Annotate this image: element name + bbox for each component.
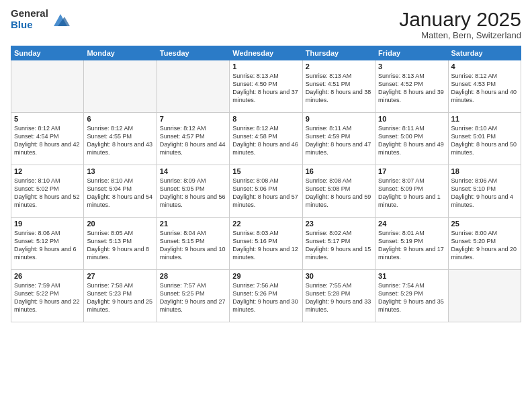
calendar-cell: 7Sunrise: 8:12 AM Sunset: 4:57 PM Daylig…: [157, 113, 229, 165]
calendar-week-1: 1Sunrise: 8:13 AM Sunset: 4:50 PM Daylig…: [11, 60, 521, 113]
col-saturday: Saturday: [448, 46, 521, 60]
day-number: 5: [14, 115, 81, 123]
day-number: 1: [232, 62, 299, 71]
day-info: Sunrise: 7:54 AM Sunset: 5:29 PM Dayligh…: [378, 281, 445, 314]
day-info: Sunrise: 8:05 AM Sunset: 5:13 PM Dayligh…: [87, 229, 153, 262]
day-info: Sunrise: 8:11 AM Sunset: 4:59 PM Dayligh…: [306, 124, 372, 157]
day-info: Sunrise: 8:13 AM Sunset: 4:52 PM Dayligh…: [378, 72, 445, 105]
calendar-cell: 23Sunrise: 8:02 AM Sunset: 5:17 PM Dayli…: [302, 218, 375, 270]
location: Matten, Bern, Switzerland: [399, 30, 521, 40]
day-info: Sunrise: 7:56 AM Sunset: 5:26 PM Dayligh…: [232, 281, 299, 314]
col-monday: Monday: [84, 46, 157, 60]
day-number: 3: [378, 62, 445, 71]
day-number: 13: [87, 167, 153, 175]
day-info: Sunrise: 8:00 AM Sunset: 5:20 PM Dayligh…: [451, 229, 518, 262]
day-info: Sunrise: 8:13 AM Sunset: 4:50 PM Dayligh…: [232, 72, 299, 105]
day-info: Sunrise: 8:09 AM Sunset: 5:05 PM Dayligh…: [160, 177, 226, 210]
day-number: 20: [87, 220, 153, 228]
calendar-cell: 12Sunrise: 8:10 AM Sunset: 5:02 PM Dayli…: [11, 165, 84, 218]
day-info: Sunrise: 8:06 AM Sunset: 5:12 PM Dayligh…: [14, 229, 81, 262]
calendar-cell: 11Sunrise: 8:10 AM Sunset: 5:01 PM Dayli…: [448, 113, 521, 165]
calendar-cell: 28Sunrise: 7:57 AM Sunset: 5:25 PM Dayli…: [157, 270, 229, 322]
day-number: 19: [14, 220, 81, 228]
calendar-cell: 6Sunrise: 8:12 AM Sunset: 4:55 PM Daylig…: [84, 113, 157, 165]
day-info: Sunrise: 8:12 AM Sunset: 4:55 PM Dayligh…: [87, 124, 153, 157]
calendar-cell: 24Sunrise: 8:01 AM Sunset: 5:19 PM Dayli…: [375, 218, 448, 270]
day-info: Sunrise: 7:57 AM Sunset: 5:25 PM Dayligh…: [160, 281, 226, 314]
day-info: Sunrise: 8:10 AM Sunset: 5:02 PM Dayligh…: [14, 177, 81, 210]
calendar-cell: [157, 60, 229, 113]
day-info: Sunrise: 8:12 AM Sunset: 4:54 PM Dayligh…: [14, 124, 81, 157]
day-number: 17: [378, 167, 445, 175]
day-number: 6: [87, 115, 153, 123]
day-info: Sunrise: 8:12 AM Sunset: 4:57 PM Dayligh…: [160, 124, 226, 157]
col-sunday: Sunday: [11, 46, 84, 60]
calendar-header-row: Sunday Monday Tuesday Wednesday Thursday…: [11, 46, 521, 60]
calendar-cell: 25Sunrise: 8:00 AM Sunset: 5:20 PM Dayli…: [448, 218, 521, 270]
day-number: 8: [232, 115, 299, 123]
day-info: Sunrise: 8:06 AM Sunset: 5:10 PM Dayligh…: [451, 177, 518, 210]
day-number: 11: [451, 115, 518, 123]
day-info: Sunrise: 8:08 AM Sunset: 5:08 PM Dayligh…: [306, 177, 372, 210]
month-title: January 2025: [399, 8, 521, 30]
day-number: 23: [306, 220, 372, 228]
col-wednesday: Wednesday: [230, 46, 302, 60]
day-number: 27: [87, 272, 153, 280]
calendar-cell: 8Sunrise: 8:12 AM Sunset: 4:58 PM Daylig…: [230, 113, 302, 165]
logo-general: General: [11, 8, 48, 19]
day-number: 28: [160, 272, 226, 280]
calendar-week-5: 26Sunrise: 7:59 AM Sunset: 5:22 PM Dayli…: [11, 270, 521, 322]
day-number: 25: [451, 220, 518, 228]
day-info: Sunrise: 8:03 AM Sunset: 5:16 PM Dayligh…: [232, 229, 299, 262]
day-number: 26: [14, 272, 81, 280]
logo-icon: [51, 10, 70, 29]
day-info: Sunrise: 8:04 AM Sunset: 5:15 PM Dayligh…: [160, 229, 226, 262]
col-friday: Friday: [375, 46, 448, 60]
day-number: 10: [378, 115, 445, 123]
calendar-cell: 31Sunrise: 7:54 AM Sunset: 5:29 PM Dayli…: [375, 270, 448, 322]
calendar-cell: 27Sunrise: 7:58 AM Sunset: 5:23 PM Dayli…: [84, 270, 157, 322]
calendar-cell: [84, 60, 157, 113]
day-info: Sunrise: 7:58 AM Sunset: 5:23 PM Dayligh…: [87, 281, 153, 314]
day-number: 29: [232, 272, 299, 280]
header: General Blue January 2025 Matten, Bern, …: [11, 8, 521, 40]
day-number: 9: [306, 115, 372, 123]
page: General Blue January 2025 Matten, Bern, …: [0, 0, 532, 411]
day-info: Sunrise: 7:59 AM Sunset: 5:22 PM Dayligh…: [14, 281, 81, 314]
col-thursday: Thursday: [302, 46, 375, 60]
calendar-cell: 20Sunrise: 8:05 AM Sunset: 5:13 PM Dayli…: [84, 218, 157, 270]
day-info: Sunrise: 8:13 AM Sunset: 4:51 PM Dayligh…: [306, 72, 372, 105]
calendar-cell: 15Sunrise: 8:08 AM Sunset: 5:06 PM Dayli…: [230, 165, 302, 218]
calendar-cell: 17Sunrise: 8:07 AM Sunset: 5:09 PM Dayli…: [375, 165, 448, 218]
calendar-cell: 14Sunrise: 8:09 AM Sunset: 5:05 PM Dayli…: [157, 165, 229, 218]
day-number: 2: [306, 62, 372, 71]
day-info: Sunrise: 8:12 AM Sunset: 4:58 PM Dayligh…: [232, 124, 299, 157]
day-number: 16: [306, 167, 372, 175]
calendar-cell: [11, 60, 84, 113]
day-info: Sunrise: 7:55 AM Sunset: 5:28 PM Dayligh…: [306, 281, 372, 314]
calendar-cell: 10Sunrise: 8:11 AM Sunset: 5:00 PM Dayli…: [375, 113, 448, 165]
day-number: 7: [160, 115, 226, 123]
day-info: Sunrise: 8:01 AM Sunset: 5:19 PM Dayligh…: [378, 229, 445, 262]
day-info: Sunrise: 8:12 AM Sunset: 4:53 PM Dayligh…: [451, 72, 518, 105]
calendar-table: Sunday Monday Tuesday Wednesday Thursday…: [11, 46, 521, 322]
day-info: Sunrise: 8:02 AM Sunset: 5:17 PM Dayligh…: [306, 229, 372, 262]
calendar-cell: [448, 270, 521, 322]
calendar-cell: 2Sunrise: 8:13 AM Sunset: 4:51 PM Daylig…: [302, 60, 375, 113]
calendar-week-4: 19Sunrise: 8:06 AM Sunset: 5:12 PM Dayli…: [11, 218, 521, 270]
calendar-cell: 13Sunrise: 8:10 AM Sunset: 5:04 PM Dayli…: [84, 165, 157, 218]
calendar-cell: 3Sunrise: 8:13 AM Sunset: 4:52 PM Daylig…: [375, 60, 448, 113]
day-info: Sunrise: 8:08 AM Sunset: 5:06 PM Dayligh…: [232, 177, 299, 210]
day-number: 18: [451, 167, 518, 175]
day-info: Sunrise: 8:11 AM Sunset: 5:00 PM Dayligh…: [378, 124, 445, 157]
calendar-week-2: 5Sunrise: 8:12 AM Sunset: 4:54 PM Daylig…: [11, 113, 521, 165]
calendar-cell: 26Sunrise: 7:59 AM Sunset: 5:22 PM Dayli…: [11, 270, 84, 322]
calendar-cell: 29Sunrise: 7:56 AM Sunset: 5:26 PM Dayli…: [230, 270, 302, 322]
day-number: 30: [306, 272, 372, 280]
day-info: Sunrise: 8:10 AM Sunset: 5:04 PM Dayligh…: [87, 177, 153, 210]
day-number: 14: [160, 167, 226, 175]
day-number: 31: [378, 272, 445, 280]
calendar-cell: 30Sunrise: 7:55 AM Sunset: 5:28 PM Dayli…: [302, 270, 375, 322]
calendar-cell: 21Sunrise: 8:04 AM Sunset: 5:15 PM Dayli…: [157, 218, 229, 270]
logo-blue: Blue: [11, 19, 48, 31]
